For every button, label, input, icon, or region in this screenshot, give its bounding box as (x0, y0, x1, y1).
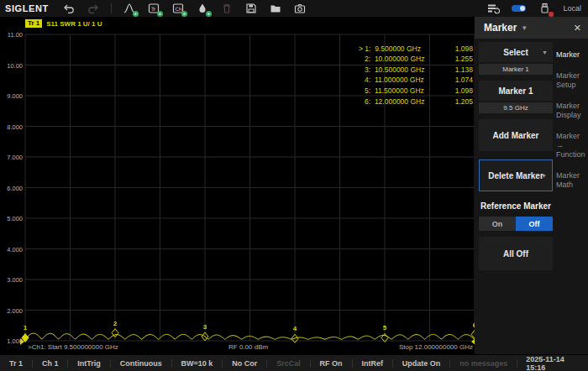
status-item-continuous[interactable]: Continuous (111, 359, 171, 368)
marker-frequency-cell: 6: 12.000000 GHz (359, 97, 424, 106)
status-item-update-on[interactable]: Update On (393, 359, 450, 368)
marker-number-1: 1 (24, 324, 28, 332)
panel-title[interactable]: Marker (484, 22, 517, 34)
stop-frequency-label: Stop 12.000000000 GHz (399, 343, 473, 351)
all-off-button[interactable]: All Off (479, 237, 553, 270)
submenu-item-marker-setup[interactable]: Marker Setup (556, 71, 588, 90)
submenu-item-marker-function[interactable]: Marker → Function (556, 132, 588, 159)
reference-marker-toggle: On Off (479, 217, 553, 231)
toolbar-right: Local (486, 2, 581, 15)
siglent-logo: SIGLENT (5, 3, 49, 13)
submenu-item-marker-display[interactable]: Marker Display (556, 102, 588, 120)
marker-submenu: MarkerMarker SetupMarker DisplayMarker →… (554, 39, 588, 190)
marker-frequency-cell: > 1: 9.500000 GHz (359, 44, 421, 53)
usb-device-icon[interactable] (538, 2, 551, 15)
power-toggle-icon[interactable] (512, 5, 526, 12)
measurement-chart: 123456 Tr 1 S11 SWR 1 U/ 1 U 11.0010.009… (0, 17, 475, 354)
marker-table-row: 6: 12.000000 GHz1.205 (359, 96, 473, 107)
add-trace-window-icon[interactable]: Tr + (147, 2, 160, 15)
marker-number-5: 5 (383, 324, 387, 332)
reference-off-option[interactable]: Off (516, 217, 553, 231)
marker-number-3: 3 (203, 323, 207, 331)
local-status-label: Local (563, 4, 581, 13)
status-item-srccal[interactable]: SrcCal (267, 359, 310, 368)
sna-screen: SIGLENT + Tr + Ch + + (0, 0, 588, 371)
y-axis-tick-label: 7.000 (0, 154, 23, 161)
y-axis-tick-label: 9.000 (0, 92, 23, 100)
add-marker-icon[interactable]: + (196, 2, 209, 15)
marker-table-row: 2: 10.000000 GHz1.255 (359, 54, 473, 65)
toolbar-separator (111, 3, 112, 13)
delete-marker-label: Delete Marker (488, 171, 543, 180)
marker-value-cell: 1.098 (455, 44, 473, 53)
marker-table-row: 5: 11.500000 GHz1.098 (359, 86, 473, 97)
reference-marker-label: Reference Marker (479, 201, 553, 211)
add-channel-icon[interactable]: Ch + (171, 2, 185, 15)
status-item-rf-on[interactable]: RF On (311, 359, 352, 368)
sweep-annotations: >Ch1: Start 9.500000000 GHz RF 0.00 dBm … (0, 343, 475, 354)
add-marker-button[interactable]: Add Marker (479, 119, 553, 151)
status-item-ch-1[interactable]: Ch 1 (33, 359, 68, 368)
delete-marker-button[interactable]: Delete Marker ▼ (479, 159, 553, 191)
toolbar-icons: + Tr + Ch + + (62, 2, 307, 15)
marker-menu-panel: Marker ▼ ✕ Select ▼ Marker 1 Marker 1 9.… (475, 17, 588, 354)
status-item-intref[interactable]: IntRef (352, 359, 392, 368)
task-list-icon[interactable] (486, 2, 500, 15)
status-item-tr-1[interactable]: Tr 1 (0, 359, 32, 368)
marker-number-2: 2 (113, 320, 118, 327)
select-marker-button[interactable]: Select ▼ (479, 42, 553, 62)
marker-table-row: 4: 11.000000 GHz1.074 (359, 75, 473, 86)
toggle-knob (520, 6, 525, 11)
marker-value-cell: 1.205 (455, 97, 473, 106)
marker-value-cell: 1.138 (455, 65, 473, 74)
chevron-down-icon: ▼ (541, 173, 547, 179)
y-axis-tick-label: 5.000 (0, 215, 23, 222)
plus-badge: + (206, 11, 212, 17)
marker-frequency-cell: 5: 11.500000 GHz (359, 86, 424, 95)
marker-frequency-cell: 4: 11.000000 GHz (359, 76, 424, 84)
redo-icon (87, 2, 100, 15)
marker-readout-table: > 1: 9.500000 GHz1.098 2: 10.000000 GHz1… (359, 44, 473, 107)
save-icon[interactable] (244, 2, 258, 15)
submenu-item-marker[interactable]: Marker (556, 50, 588, 60)
undo-icon[interactable] (62, 2, 76, 15)
panel-header: Marker ▼ ✕ (475, 17, 588, 39)
svg-text:Tr: Tr (150, 6, 156, 12)
start-frequency-label: >Ch1: Start 9.500000000 GHz (28, 343, 118, 351)
top-toolbar: SIGLENT + Tr + Ch + + (0, 0, 588, 17)
plus-badge: + (133, 11, 139, 17)
chevron-down-icon: ▼ (521, 24, 528, 32)
y-axis-tick-label: 4.000 (0, 246, 23, 253)
status-item-no-messages[interactable]: no messages (450, 359, 517, 368)
trace-header: Tr 1 S11 SWR 1 U/ 1 U (25, 19, 102, 28)
screenshot-camera-icon[interactable] (293, 2, 307, 15)
status-item-inttrig[interactable]: IntTrig (68, 359, 110, 368)
marker1-label: Marker 1 (498, 86, 533, 96)
open-file-icon[interactable] (269, 2, 282, 15)
reference-on-option[interactable]: On (479, 217, 516, 231)
trace-number-chip[interactable]: Tr 1 (25, 19, 42, 28)
marker-table-row: 3: 10.500000 GHz1.138 (359, 65, 473, 76)
marker-frequency-cell: 3: 10.500000 GHz (359, 65, 424, 74)
marker-value-cell: 1.098 (455, 86, 473, 95)
rf-power-label: RF 0.00 dBm (228, 343, 268, 351)
marker1-frequency-value: 9.5 GHz (479, 102, 553, 113)
y-axis-tick-label: 6.000 (0, 185, 23, 192)
marker1-frequency-button[interactable]: Marker 1 (479, 81, 553, 101)
plus-badge: + (181, 11, 187, 17)
submenu-item-marker-math[interactable]: Marker Math (556, 171, 588, 190)
marker-value-cell: 1.074 (455, 76, 473, 84)
status-item-no-cor[interactable]: No Cor (223, 359, 266, 368)
measurement-label[interactable]: S11 SWR 1 U/ 1 U (46, 20, 102, 28)
marker-number-4: 4 (293, 325, 297, 332)
y-axis-tick-label: 11.00 (0, 31, 23, 39)
y-axis-tick-label: 3.000 (0, 276, 23, 284)
delete-trash-icon (220, 2, 234, 15)
y-axis-tick-label: 8.000 (0, 123, 23, 131)
close-icon[interactable]: ✕ (574, 23, 581, 34)
status-item-bw-10-k[interactable]: BW=10 k (172, 359, 223, 368)
marker-table-row: > 1: 9.500000 GHz1.098 (359, 44, 473, 55)
select-marker-value: Marker 1 (479, 64, 553, 75)
add-peak-trace-icon[interactable]: + (123, 2, 136, 15)
y-axis-tick-label: 2.000 (0, 307, 23, 315)
